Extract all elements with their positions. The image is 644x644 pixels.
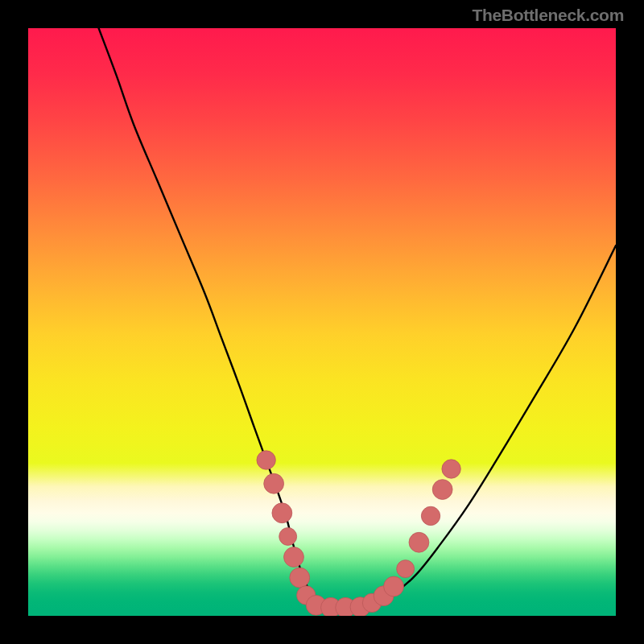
data-marker	[384, 576, 404, 597]
data-marker	[421, 506, 440, 525]
data-marker	[279, 528, 297, 546]
chart-svg	[28, 28, 616, 616]
data-marker	[397, 560, 415, 578]
data-marker	[290, 568, 310, 588]
data-marker	[442, 460, 460, 478]
data-marker	[272, 503, 292, 523]
data-marker	[284, 547, 304, 568]
chart-frame: TheBottleneck.com	[0, 0, 644, 644]
watermark-text: TheBottleneck.com	[472, 6, 624, 25]
data-marker	[257, 451, 275, 469]
curve-group	[99, 28, 616, 608]
plot-area	[28, 28, 616, 616]
data-marker	[264, 473, 284, 493]
data-marker	[409, 532, 429, 552]
markers-group	[257, 451, 460, 616]
bottleneck-curve	[99, 28, 616, 608]
data-marker	[432, 480, 452, 500]
